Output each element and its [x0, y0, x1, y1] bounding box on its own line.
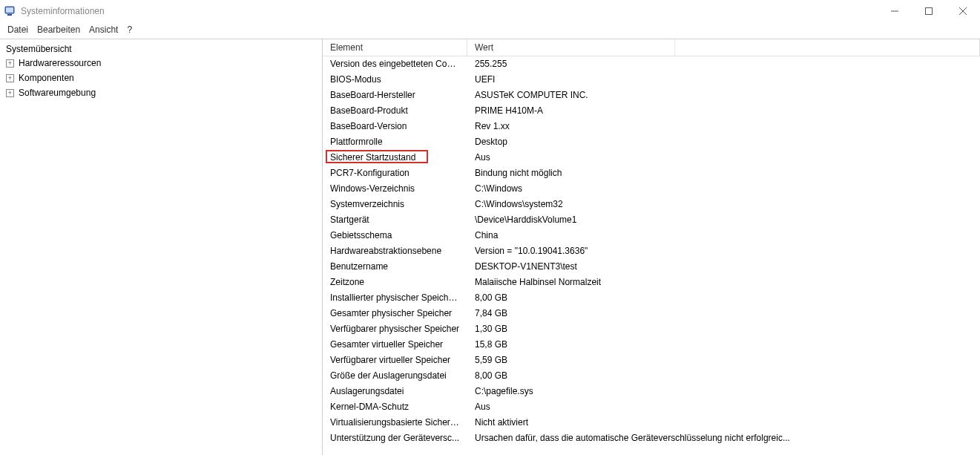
cell-element: Systemverzeichnis [323, 197, 467, 212]
cell-value: Rev 1.xx [467, 119, 980, 134]
cell-element: BaseBoard-Version [323, 119, 467, 134]
table-row[interactable]: Sicherer StartzustandAus [323, 150, 980, 166]
cell-element: Auslagerungsdatei [323, 384, 467, 399]
cell-element: Plattformrolle [323, 134, 467, 150]
menu-view[interactable]: Ansicht [85, 23, 122, 36]
cell-value: 8,00 GB [467, 368, 980, 384]
cell-value: Bindung nicht möglich [467, 166, 980, 181]
cell-element: Hardwareabstraktionsebene [323, 243, 467, 259]
cell-element: Unterstützung der Geräteversc... [323, 431, 467, 446]
table-row[interactable]: Größe der Auslagerungsdatei8,00 GB [323, 368, 980, 384]
cell-value: Nicht aktiviert [467, 415, 980, 431]
cell-value: Desktop [467, 134, 980, 150]
table-row[interactable]: Installierter physischer Speicher...8,00… [323, 290, 980, 306]
cell-value: Version = "10.0.19041.3636" [467, 243, 980, 259]
table-row[interactable]: PCR7-KonfigurationBindung nicht möglich [323, 166, 980, 181]
table-row[interactable]: BaseBoard-HerstellerASUSTeK COMPUTER INC… [323, 88, 980, 103]
table-row[interactable]: Gesamter virtueller Speicher15,8 GB [323, 337, 980, 353]
menu-edit[interactable]: Bearbeiten [33, 23, 85, 36]
table-row[interactable]: Verfügbarer virtueller Speicher5,59 GB [323, 353, 980, 368]
cell-value: 15,8 GB [467, 337, 980, 353]
window-controls [878, 0, 980, 22]
cell-value: Aus [467, 399, 980, 415]
cell-value: UEFI [467, 72, 980, 88]
titlebar: Systeminformationen [0, 0, 980, 22]
details-list[interactable]: Element Wert Version des eingebetteten C… [323, 39, 980, 455]
cell-element: Gesamter physischer Speicher [323, 306, 467, 321]
tree-pane: Systemübersicht +Hardwareressourcen+Komp… [0, 39, 323, 455]
cell-element: BaseBoard-Produkt [323, 103, 467, 119]
cell-element: Gesamter virtueller Speicher [323, 337, 467, 353]
table-row[interactable]: AuslagerungsdateiC:\pagefile.sys [323, 384, 980, 399]
table-row[interactable]: Unterstützung der Geräteversc...Ursachen… [323, 431, 980, 446]
table-row[interactable]: BaseBoard-VersionRev 1.xx [323, 119, 980, 134]
cell-element: Virtualisierungsbasierte Sicherh... [323, 415, 467, 431]
table-row[interactable]: Windows-VerzeichnisC:\Windows [323, 181, 980, 197]
table-row[interactable]: Gesamter physischer Speicher7,84 GB [323, 306, 980, 321]
tree-node[interactable]: +Komponenten [4, 71, 320, 85]
cell-value: 8,00 GB [467, 290, 980, 306]
menu-file[interactable]: Datei [3, 23, 33, 36]
cell-element: BaseBoard-Hersteller [323, 88, 467, 103]
table-row[interactable]: ZeitzoneMalaiische Halbinsel Normalzeit [323, 275, 980, 290]
cell-element: Verfügbarer physischer Speicher [323, 321, 467, 337]
cell-value: 255.255 [467, 56, 980, 72]
cell-element: Version des eingebetteten Cont... [323, 56, 467, 72]
maximize-button[interactable] [912, 0, 946, 22]
svg-rect-1 [6, 7, 13, 13]
menu-help[interactable]: ? [122, 23, 137, 36]
tree-node-label: Softwareumgebung [19, 86, 96, 99]
table-row[interactable]: Kernel-DMA-SchutzAus [323, 399, 980, 415]
minimize-button[interactable] [878, 0, 912, 22]
cell-element: Kernel-DMA-Schutz [323, 399, 467, 415]
cell-value: C:\pagefile.sys [467, 384, 980, 399]
cell-element: Zeitzone [323, 275, 467, 290]
tree-node[interactable]: +Softwareumgebung [4, 85, 320, 100]
cell-element: PCR7-Konfiguration [323, 166, 467, 181]
column-element[interactable]: Element [323, 39, 467, 56]
cell-value: C:\Windows [467, 181, 980, 197]
table-row[interactable]: BaseBoard-ProduktPRIME H410M-A [323, 103, 980, 119]
table-row[interactable]: BIOS-ModusUEFI [323, 72, 980, 88]
close-button[interactable] [946, 0, 980, 22]
expand-icon[interactable]: + [6, 89, 14, 97]
table-row[interactable]: HardwareabstraktionsebeneVersion = "10.0… [323, 243, 980, 259]
expand-icon[interactable]: + [6, 59, 14, 68]
cell-value: DESKTOP-V1NENT3\test [467, 259, 980, 275]
expand-icon[interactable]: + [6, 74, 14, 82]
cell-value: 7,84 GB [467, 306, 980, 321]
cell-value: PRIME H410M-A [467, 103, 980, 119]
table-row[interactable]: GebietsschemaChina [323, 228, 980, 243]
cell-element: Installierter physischer Speicher... [323, 290, 467, 306]
cell-value: China [467, 228, 980, 243]
cell-element: Benutzername [323, 259, 467, 275]
cell-value: 1,30 GB [467, 321, 980, 337]
table-row[interactable]: Virtualisierungsbasierte Sicherh...Nicht… [323, 415, 980, 431]
content-area: Systemübersicht +Hardwareressourcen+Komp… [0, 39, 980, 455]
table-row[interactable]: PlattformrolleDesktop [323, 134, 980, 150]
list-header: Element Wert [323, 39, 980, 56]
app-icon [4, 5, 16, 17]
cell-value: ASUSTeK COMPUTER INC. [467, 88, 980, 103]
table-row[interactable]: Startgerät\Device\HarddiskVolume1 [323, 212, 980, 228]
table-row[interactable]: Verfügbarer physischer Speicher1,30 GB [323, 321, 980, 337]
cell-value: \Device\HarddiskVolume1 [467, 212, 980, 228]
window-title: Systeminformationen [21, 6, 878, 16]
table-row[interactable]: Version des eingebetteten Cont...255.255 [323, 56, 980, 72]
table-row[interactable]: BenutzernameDESKTOP-V1NENT3\test [323, 259, 980, 275]
cell-value: C:\Windows\system32 [467, 197, 980, 212]
cell-element: Größe der Auslagerungsdatei [323, 368, 467, 384]
svg-rect-4 [926, 8, 933, 15]
tree-root[interactable]: Systemübersicht [1, 42, 320, 56]
cell-value: Malaiische Halbinsel Normalzeit [467, 275, 980, 290]
tree-node-label: Komponenten [19, 71, 74, 85]
cell-element: Startgerät [323, 212, 467, 228]
table-row[interactable]: SystemverzeichnisC:\Windows\system32 [323, 197, 980, 212]
details-pane: Element Wert Version des eingebetteten C… [323, 39, 980, 455]
svg-rect-2 [7, 14, 12, 16]
column-value[interactable]: Wert [467, 39, 980, 56]
tree-node-label: Hardwareressourcen [19, 56, 101, 70]
cell-value: Ursachen dafür, dass die automatische Ge… [467, 431, 980, 446]
cell-element: Verfügbarer virtueller Speicher [323, 353, 467, 368]
tree-node[interactable]: +Hardwareressourcen [4, 56, 320, 71]
